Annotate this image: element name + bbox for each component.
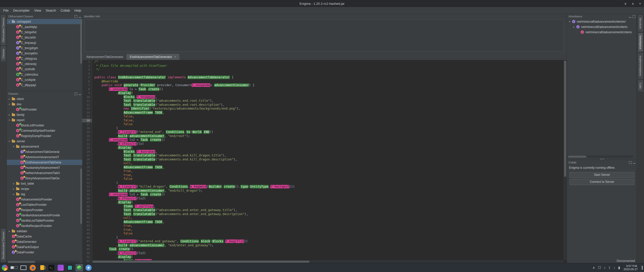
inheritance-item[interactable]: ▾Inet/minecraft/advancement/criterion/ [567,19,637,24]
mapped-token[interactable]: translatable [133,154,155,157]
obfuscated-class-item[interactable]: CC_bdrgxihd [7,29,83,35]
class-item[interactable]: IAdvancementTabGenerat [7,149,83,154]
obfuscated-class-item[interactable]: CC_czvbjzte [7,77,83,82]
obfuscated-class-item[interactable]: CC_dfpyqayl [7,82,83,88]
editor-tab[interactable]: AdvancementTabGenerator [83,54,127,60]
dock-tab-inheritance[interactable]: Inheritance [638,33,643,52]
mapped-token[interactable]: World [192,130,202,134]
mapped-token[interactable]: type [240,185,248,188]
mapped-token[interactable]: generate [124,83,139,87]
mapped-token[interactable]: Text [124,154,131,157]
float-panel-icon[interactable] [633,15,635,18]
float-panel-icon[interactable] [74,15,77,18]
obfuscated-token[interactable]: C_unoypvme [109,193,128,196]
mapped-token[interactable]: build [118,244,128,247]
class-item[interactable]: CAdventureAdvancementT [7,154,83,160]
class-item[interactable]: ▾dev [7,101,83,107]
class-item[interactable]: CDataGenerator [7,239,83,244]
mapped-token[interactable]: Text [124,212,131,216]
mapped-token[interactable]: Blocks [124,150,135,153]
dock-tab-structure[interactable]: Structure [638,15,643,31]
obfuscated-token[interactable]: m_kegmmjd [190,185,207,188]
tray-bluetooth-icon[interactable]: ᛒ [609,266,611,269]
class-item[interactable]: C✓NbtProvider [7,107,83,112]
obfuscated-class-item[interactable]: IC_bxcgdrgm [7,45,83,51]
tree-right-arrow-icon[interactable]: ▸ [12,188,15,190]
tree-down-arrow-icon[interactable]: ▾ [8,20,11,23]
mapped-token[interactable]: advancementConsumer [214,83,249,87]
tree-down-arrow-icon[interactable]: ▾ [8,103,11,106]
class-item[interactable]: ▸loot_table [7,181,83,186]
class-item[interactable]: ▾advancement [7,144,83,149]
menu-decompiler[interactable]: Decompiler [11,8,32,13]
obfuscated-class-item[interactable]: IC_brqsauyi [7,40,83,45]
float-panel-icon[interactable] [629,161,632,164]
class-item[interactable]: CRecipesProvider [7,207,83,213]
tree-right-arrow-icon[interactable]: ▸ [8,98,11,100]
editor-vscrollbar[interactable] [564,60,567,260]
mapped-token[interactable]: translatable [133,99,155,103]
menu-collab[interactable]: Collab [58,8,72,13]
class-item[interactable]: ▸validate [7,228,83,234]
mapped-token[interactable]: Task [109,247,117,251]
class-item[interactable]: ▾report [7,117,83,123]
class-item[interactable]: C✓VanillaLootTableProvider [7,218,83,223]
mapped-token[interactable]: AdvancementFrame [124,165,153,169]
mapped-token[interactable]: Conditions [180,240,199,243]
mapped-token[interactable]: advancementConsumer [129,134,164,138]
mapped-token[interactable]: create [150,193,161,196]
window-titlebar[interactable]: Enigma - 1.20.2-rc2-hashed.jar ∨∧× [0,0,644,7]
tree-right-arrow-icon[interactable]: ▸ [12,182,15,185]
mapped-token[interactable]: TASK [155,165,163,169]
mapped-token[interactable]: display [118,146,131,149]
tray-volume-icon[interactable]: ♪ [604,266,606,269]
mapped-token[interactable]: build [118,189,128,192]
obfuscated-class-item[interactable]: RC_cxbmzbuz [7,72,83,77]
obfuscated-class-item[interactable]: CC_ckkrwxej [7,61,83,66]
class-item[interactable]: ▸client [7,96,83,101]
mapped-token[interactable]: END [204,130,210,134]
class-item[interactable]: CDataPackOutput [7,244,83,250]
obfuscated-class-item[interactable]: IC_bxsnpkhn [7,51,83,56]
tree-down-arrow-icon[interactable]: ▾ [568,20,571,23]
class-item[interactable]: CLootTablesProvider [7,202,83,207]
obfuscated-class-item[interactable]: CC_ctsfmifk [7,66,83,72]
mapped-token[interactable]: translatable [133,208,155,212]
dock-tab-implementations[interactable]: Implementations [638,53,643,79]
class-item[interactable]: CEndAdvancementTabGene [7,160,83,165]
obfuscated-class-item[interactable]: CC_cbhpjzoa [7,56,83,61]
mapped-token[interactable]: Identifier [131,107,149,110]
mapped-token[interactable]: Provider [140,83,155,87]
mapped-token[interactable]: to [186,130,190,134]
mapped-token[interactable]: Text [124,103,131,107]
tree-right-arrow-icon[interactable]: ▸ [572,26,575,28]
mapped-token[interactable]: create [150,138,161,142]
close-tab-icon[interactable]: × [174,55,176,59]
terminal-icon[interactable] [48,264,55,271]
class-item[interactable]: C✓CommandSyntaxProvider [7,128,83,133]
class-item[interactable]: IDataProvider [7,250,83,255]
obfuscated-token[interactable]: f_uqlttxys [135,205,153,208]
obfuscated-token[interactable]: m_ofouvzjr [118,197,137,200]
tree-down-arrow-icon[interactable]: ▾ [8,119,11,121]
purple-app-icon[interactable] [57,264,64,271]
mapped-token[interactable]: Conditions [169,185,188,188]
obfuscated-class-item[interactable]: ▾unmapped [7,19,83,24]
obfuscated-class-item[interactable]: CC_bkzzefxr [7,35,83,40]
minimize-panel-icon[interactable] [79,15,81,18]
menu-help[interactable]: Help [72,8,84,13]
inheritance-hscrollbar[interactable] [568,155,633,158]
mapped-token[interactable]: Task [138,87,146,91]
dock-tab-deobfuscated-classes[interactable]: Deobfuscated Classes [1,229,6,262]
minimize-panel-icon[interactable] [629,15,631,18]
class-item[interactable]: CAdvancementsProvider [7,197,83,202]
tray-display-icon[interactable]: ☐ [598,266,601,269]
mapped-token[interactable]: Blocks [212,240,223,243]
obfuscated-token[interactable]: m_liavgrzl [118,240,137,243]
obfuscated-token[interactable]: f_kusrubar [137,150,155,153]
pager-widget[interactable] [10,264,18,271]
menu-search[interactable]: Search [44,8,58,13]
tree-right-arrow-icon[interactable]: ▸ [8,230,11,232]
panel-toggle-icon[interactable] [640,263,644,272]
mapped-token[interactable]: translatable [133,103,155,107]
